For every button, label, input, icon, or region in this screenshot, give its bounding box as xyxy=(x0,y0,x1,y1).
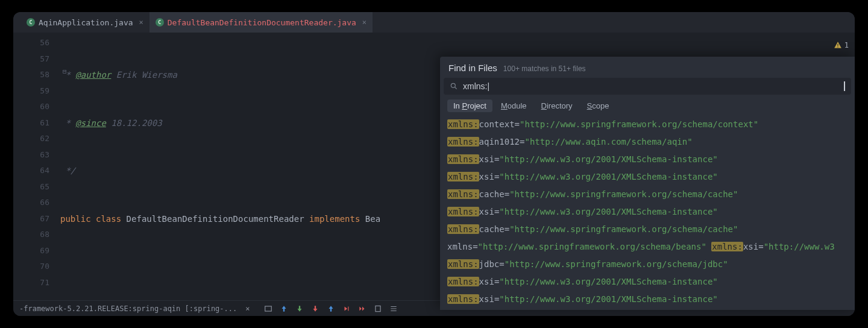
close-icon[interactable]: × xyxy=(245,304,250,313)
tab-label: AqinApplication.java xyxy=(39,18,133,27)
scope-directory[interactable]: Directory xyxy=(535,99,579,112)
line-number: 57 xyxy=(13,51,49,68)
line-number: 58 xyxy=(13,67,49,83)
search-input[interactable]: xmlns: xyxy=(463,81,845,91)
find-header: Find in Files 100+ matches in 51+ files xyxy=(440,57,855,78)
line-number: 63 xyxy=(13,147,49,163)
scope-scope[interactable]: Scope xyxy=(581,99,615,112)
scope-tabs: In Project Module Directory Scope xyxy=(440,95,855,116)
tab-label: DefaultBeanDefinitionDocumentReader.java xyxy=(168,18,356,27)
search-icon[interactable] xyxy=(450,82,458,90)
result-row[interactable]: xmlns="http://www.springframework.org/sc… xyxy=(440,238,855,256)
line-number: 62 xyxy=(13,131,49,147)
close-icon[interactable]: × xyxy=(139,18,143,27)
line-number: 68 xyxy=(13,227,49,243)
line-number: 64 xyxy=(13,163,49,179)
result-row[interactable]: xmlns:cache="http://www.springframework.… xyxy=(440,186,855,203)
svg-rect-3 xyxy=(376,306,380,311)
svg-rect-2 xyxy=(265,306,272,311)
find-input-row: xmlns: xyxy=(444,78,851,95)
fold-icon[interactable]: ⊟ xyxy=(63,68,67,75)
java-class-icon: C xyxy=(27,18,35,27)
find-title: Find in Files xyxy=(448,63,497,73)
result-row[interactable]: xmlns:jdbc="http://www.springframework.o… xyxy=(440,256,855,273)
tab-default-bean-reader[interactable]: C DefaultBeanDefinitionDocumentReader.ja… xyxy=(149,12,373,33)
result-row[interactable]: xmlns:xsi="http://www.w3.org/2001/XMLSch… xyxy=(440,203,855,221)
line-number: 65 xyxy=(13,179,49,195)
result-row[interactable]: xmlns:xsi="http://www.w3.org/2001/XMLSch… xyxy=(440,151,855,168)
java-class-icon: C xyxy=(156,18,164,27)
find-match-count: 100+ matches in 51+ files xyxy=(503,65,586,73)
result-row[interactable]: xmlns:aqin1012="http://www.aqin.com/sche… xyxy=(440,133,855,151)
terminal-icon[interactable] xyxy=(264,304,272,313)
calculator-icon[interactable] xyxy=(374,304,382,313)
result-row[interactable]: xmlns:context="http://www.springframewor… xyxy=(440,116,855,133)
result-row[interactable]: xmlns:cache="http://www.springframework.… xyxy=(440,221,855,238)
line-number: 60 xyxy=(13,99,49,115)
tabs-bar: C AqinApplication.java × C DefaultBeanDe… xyxy=(13,12,855,33)
module-path[interactable]: -framework-5.2.21.RELEASE:spring-aqin [:… xyxy=(19,304,237,313)
vcs-update-icon[interactable] xyxy=(280,304,288,313)
line-number: 61 xyxy=(13,115,49,131)
vcs-push-down-icon[interactable] xyxy=(311,304,319,313)
vcs-push-up-icon[interactable] xyxy=(327,304,335,313)
gutter: 56 57 58 59 60 61 62 63 64 65 66 67 68 6… xyxy=(13,33,60,300)
result-row[interactable]: xmlns:xsi="http://www.w3.org/2001/XMLSch… xyxy=(440,168,855,186)
line-number: 66 xyxy=(13,195,49,211)
line-number: 59 xyxy=(13,83,49,99)
line-number: 67 xyxy=(13,211,49,227)
skip-all-icon[interactable] xyxy=(358,304,366,313)
svg-point-4 xyxy=(451,83,455,87)
line-number: 71 xyxy=(13,275,49,291)
scope-module[interactable]: Module xyxy=(495,99,533,112)
svg-line-5 xyxy=(455,87,457,89)
line-number: 69 xyxy=(13,243,49,259)
close-icon[interactable]: × xyxy=(362,18,366,27)
results-list: xmlns:context="http://www.springframewor… xyxy=(440,116,855,310)
tab-aqin-application[interactable]: C AqinApplication.java × xyxy=(20,12,149,33)
vcs-commit-icon[interactable] xyxy=(295,304,304,313)
line-number: 70 xyxy=(13,259,49,275)
scope-in-project[interactable]: In Project xyxy=(447,99,492,112)
list-icon[interactable] xyxy=(389,304,398,313)
result-row[interactable]: xmlns:xsi="http://www.w3.org/2001/XMLSch… xyxy=(440,273,855,291)
result-row[interactable]: xmlns:xsi="http://www.w3.org/2001/XMLSch… xyxy=(440,291,855,308)
line-number: 56 xyxy=(13,35,49,51)
status-icons xyxy=(264,304,398,313)
find-in-files-panel: Find in Files 100+ matches in 51+ files … xyxy=(440,57,855,310)
skip-icon[interactable] xyxy=(342,304,351,313)
